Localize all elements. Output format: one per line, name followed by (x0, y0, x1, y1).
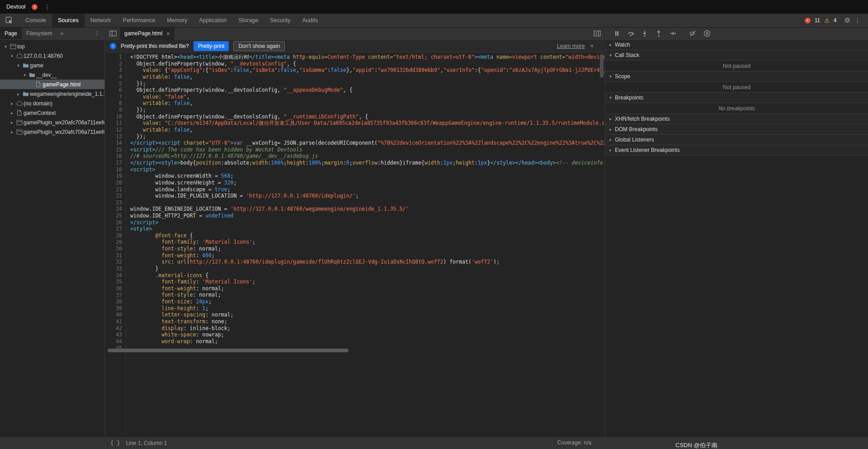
line-number[interactable]: 5 (105, 80, 122, 87)
code-line[interactable]: letter-spacing: normal; (130, 312, 604, 318)
section-event-listener-breakpoints[interactable]: ▸Event Listener Breakpoints (605, 145, 868, 156)
code-line[interactable]: Object.defineProperty(window.__devtoolsC… (130, 87, 604, 94)
line-number[interactable]: 37 (105, 292, 122, 299)
tree-item-127-0-0-1-48760[interactable]: ▾127.0.0.1:48760 (0, 51, 104, 61)
code-line[interactable]: white-space: nowrap; (130, 331, 604, 338)
code-line[interactable]: writable: false, (130, 100, 604, 107)
disclosure-right-icon[interactable]: ▸ (9, 111, 15, 115)
tree-item-gamepage-html[interactable]: gamePage.html (0, 80, 104, 89)
code-line[interactable]: <script> (130, 166, 604, 173)
line-number[interactable]: 13 (105, 133, 122, 140)
line-number[interactable]: 26 (105, 219, 122, 226)
line-number[interactable]: 6 (105, 87, 122, 94)
tree-item-game[interactable]: ▾game (0, 61, 104, 70)
line-number[interactable]: 8 (105, 100, 122, 107)
line-number[interactable]: 27 (105, 226, 122, 232)
horizontal-scrollbar[interactable] (108, 349, 349, 352)
disclosure-down-icon[interactable]: ▾ (9, 54, 15, 58)
line-number[interactable]: 21 (105, 186, 122, 193)
line-number[interactable]: 2 (105, 61, 122, 67)
code-line[interactable]: .material-icons { (130, 272, 604, 279)
code-line[interactable]: font-style: normal; (130, 246, 604, 252)
error-count[interactable]: 11 (815, 17, 820, 24)
line-number[interactable]: 16 (105, 153, 122, 160)
code-line[interactable]: src: url(http://127.0.0.1:48760/ideplugi… (130, 259, 604, 265)
line-number[interactable]: 1 (105, 54, 122, 61)
code-line[interactable]: @font-face { (130, 232, 604, 239)
code-line[interactable]: value: {"appConfig":{"isDev":false,"isBe… (130, 67, 604, 74)
line-number[interactable]: 20 (105, 180, 122, 186)
section-xhr-fetch-breakpoints[interactable]: ▸XHR/fetch Breakpoints (605, 114, 868, 124)
line-number[interactable]: 41 (105, 318, 122, 325)
tree-item-dev[interactable]: ▾__dev__ (0, 70, 104, 80)
line-number[interactable]: 25 (105, 213, 122, 219)
disclosure-right-icon[interactable]: ▸ (9, 130, 15, 134)
line-number[interactable]: 43 (105, 331, 122, 338)
code-line[interactable]: writable: false, (130, 74, 604, 80)
disclosure-right-icon[interactable]: ▸ (15, 92, 21, 96)
code-line[interactable]: }); (130, 133, 604, 140)
code-line[interactable]: font-weight: normal; (130, 285, 604, 292)
code-line[interactable]: window.IDE_PLUGIN_LOCATION = 'http://127… (130, 193, 604, 199)
section-watch[interactable]: ▸Watch (605, 40, 868, 50)
disclosure-down-icon[interactable]: ▾ (3, 44, 9, 49)
deactivate-breakpoints-icon[interactable] (689, 30, 697, 37)
line-number[interactable]: 17 (105, 160, 122, 166)
code-line[interactable]: <!DOCTYPE html><head><title>小游戏运行时</titl… (130, 54, 604, 61)
tree-item-gameplugin-wx20afc706a711eefc[interactable]: ▸gamePlugin_wx20afc706a711eefc (0, 118, 104, 127)
more-options-icon[interactable]: ⋮ (854, 17, 861, 24)
line-number[interactable]: 33 (105, 265, 122, 272)
code-line[interactable]: }); (130, 107, 604, 113)
code-line[interactable]: value: "C:/Users/m1347/AppData/Local/微信开… (130, 120, 604, 127)
code-line[interactable]: font-family: 'Material Icons'; (130, 279, 604, 285)
tree-item-wegameengine-engineide-1-1-3[interactable]: ▸wegameengine/engineide_1.1.3 (0, 89, 104, 99)
error-indicator-icon[interactable]: ! (32, 4, 38, 10)
code-line[interactable]: }); (130, 80, 604, 87)
disclosure-right-icon[interactable]: ▸ (9, 120, 15, 125)
line-number[interactable]: 31 (105, 252, 122, 259)
code-line[interactable]: writable: false, (130, 127, 604, 133)
tab-application[interactable]: Application (193, 14, 232, 27)
code-line[interactable]: window.landscape = true; (130, 186, 604, 193)
line-number[interactable]: 38 (105, 298, 122, 305)
tab-audits[interactable]: Audits (296, 14, 324, 27)
code-line[interactable]: //# sourceURL=http://127.0.0.1:48760/gam… (130, 153, 604, 160)
code-line[interactable]: value: "false", (130, 94, 604, 100)
code-line[interactable]: } (130, 265, 604, 272)
line-number[interactable]: 12 (105, 127, 122, 133)
code-line[interactable]: window.IDE_HTTP2_PORT = undefined (130, 213, 604, 219)
tree-item-no-domain[interactable]: ▸(no domain) (0, 99, 104, 108)
line-number[interactable]: 42 (105, 325, 122, 332)
code-line[interactable]: word-wrap: normal; (130, 338, 604, 345)
line-number[interactable]: 22 (105, 193, 122, 199)
tab-filesystem[interactable]: Filesystem (22, 28, 57, 39)
line-number[interactable]: 14 (105, 140, 122, 147)
line-number[interactable]: 15 (105, 147, 122, 153)
line-number[interactable]: 23 (105, 199, 122, 206)
window-menu-icon[interactable]: ⋮ (44, 3, 50, 10)
line-number[interactable]: 44 (105, 338, 122, 345)
tab-memory[interactable]: Memory (161, 14, 193, 27)
code-line[interactable] (130, 199, 604, 206)
more-tabs-icon[interactable]: » (57, 28, 67, 39)
inspect-element-icon[interactable] (0, 14, 19, 27)
show-debugger-icon[interactable] (594, 30, 604, 37)
pretty-print-toggle-icon[interactable]: { } (110, 440, 120, 446)
disclosure-right-icon[interactable]: ▸ (9, 101, 15, 106)
disclosure-down-icon[interactable]: ▾ (15, 63, 21, 68)
pause-on-exceptions-icon[interactable] (703, 30, 711, 37)
step-out-icon[interactable] (655, 30, 662, 37)
code-line[interactable]: Object.defineProperty(window.__devtoolsC… (130, 113, 604, 120)
code-line[interactable]: font-style: normal; (130, 292, 604, 298)
tree-item-gamecontext[interactable]: ▸gameContext (0, 108, 104, 118)
line-number[interactable]: 36 (105, 285, 122, 292)
code-line[interactable]: <script>/// The code has been hidden by … (130, 147, 604, 153)
tab-performance[interactable]: Performance (117, 14, 161, 27)
line-number[interactable]: 9 (105, 107, 122, 113)
line-number[interactable]: 40 (105, 312, 122, 318)
code-line[interactable]: text-transform: none; (130, 318, 604, 325)
close-tab-icon[interactable]: × (166, 30, 170, 37)
line-number[interactable]: 29 (105, 239, 122, 246)
tab-network[interactable]: Network (85, 14, 117, 27)
tree-item-top[interactable]: ▾top (0, 42, 104, 51)
